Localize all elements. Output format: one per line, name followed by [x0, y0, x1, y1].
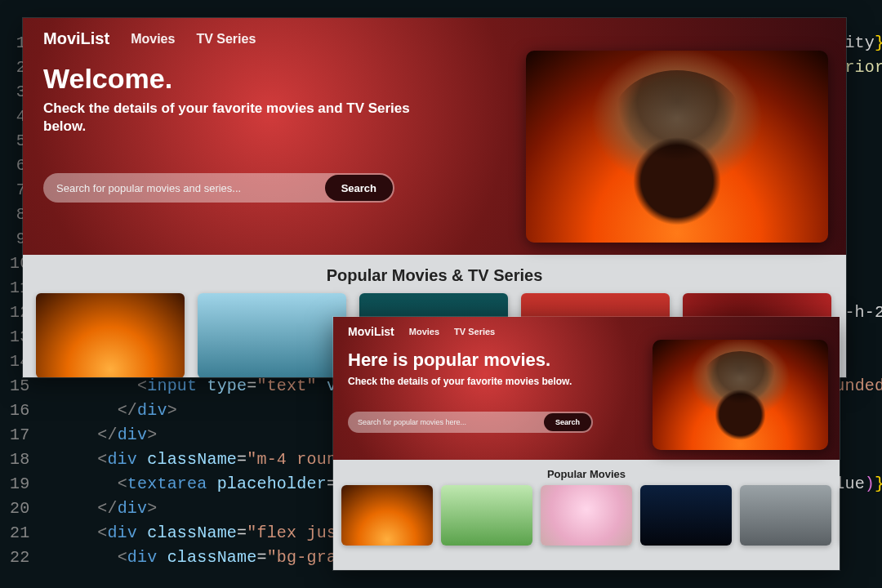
top-nav: MoviList Movies TV Series	[348, 325, 825, 338]
movie-tile[interactable]	[541, 485, 632, 546]
search-bar: Search	[43, 173, 394, 203]
hero-subtitle: Check the details of your favorite movie…	[43, 100, 435, 136]
movie-tile[interactable]	[441, 485, 532, 546]
nav-link-movies[interactable]: Movies	[131, 32, 175, 47]
search-button[interactable]: Search	[544, 413, 591, 431]
search-input[interactable]	[56, 182, 325, 194]
movie-tile[interactable]	[198, 293, 346, 377]
poster-strip	[333, 485, 840, 546]
hero-section: MoviList Movies TV Series Welcome. Check…	[23, 18, 846, 255]
nav-link-movies[interactable]: Movies	[409, 327, 439, 336]
hero-section: MoviList Movies TV Series Here is popula…	[333, 317, 840, 460]
top-nav: MoviList Movies TV Series	[43, 29, 826, 48]
search-input[interactable]	[358, 418, 544, 426]
hero-subtitle: Check the details of your favorite movie…	[348, 376, 626, 389]
nav-link-tv-series[interactable]: TV Series	[196, 32, 256, 47]
movie-tile[interactable]	[36, 293, 185, 377]
section-title-popular: Popular Movies	[333, 460, 840, 485]
dashboard-preview-movies: MoviList Movies TV Series Here is popula…	[333, 317, 840, 570]
movie-tile[interactable]	[341, 485, 433, 546]
section-title-popular: Popular Movies & TV Series	[23, 255, 846, 293]
hero-poster-image	[526, 51, 828, 243]
brand-logo[interactable]: MoviList	[43, 29, 109, 48]
nav-link-tv-series[interactable]: TV Series	[454, 327, 495, 336]
search-button[interactable]: Search	[325, 175, 393, 201]
movie-tile[interactable]	[640, 485, 732, 546]
brand-logo[interactable]: MoviList	[348, 325, 394, 338]
hero-poster-image	[653, 340, 828, 450]
search-bar: Search	[348, 412, 593, 433]
movie-tile[interactable]	[740, 485, 831, 546]
